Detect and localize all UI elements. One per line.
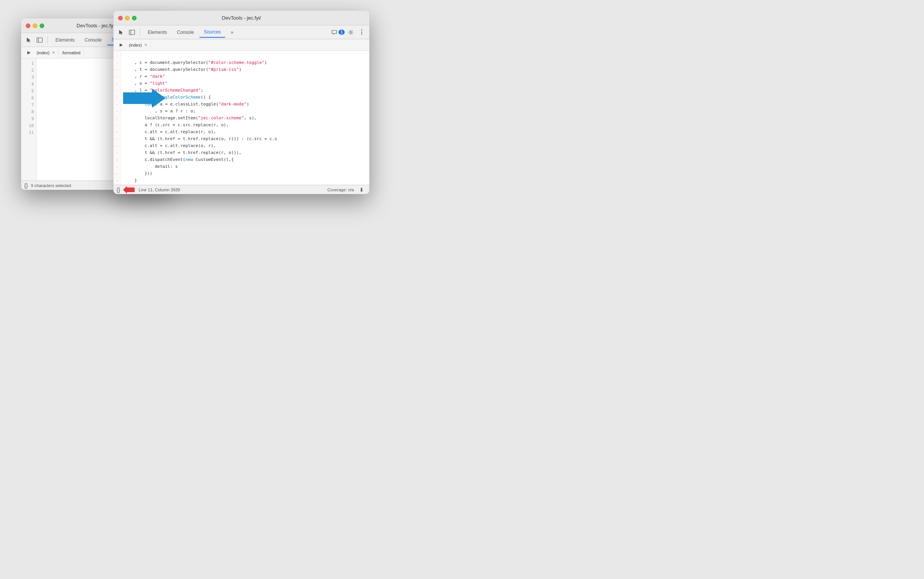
format-button-right[interactable]: {}	[117, 187, 120, 193]
toolbar-divider-right	[140, 28, 140, 36]
blue-arrow	[123, 87, 165, 111]
source-tab-index-left[interactable]: (index) ✕	[33, 49, 58, 57]
close-button-right[interactable]	[118, 16, 123, 20]
sidebar-icon-right[interactable]	[127, 28, 137, 37]
scroll-icon-right[interactable]: ⬇	[357, 185, 366, 194]
main-toolbar-right: Elements Console Sources » 1 ⋮	[113, 25, 369, 39]
tab-elements-left[interactable]: Elements	[51, 35, 79, 45]
selection-status-left: 9 characters selected	[31, 183, 71, 188]
source-tab-label-left: (index)	[37, 50, 50, 55]
expand-sidebar-icon-right[interactable]: ▶	[117, 40, 126, 50]
cursor-icon[interactable]	[24, 35, 33, 45]
line-numbers-left: 1 2 3 4 5 6 7 8 9 10 11	[21, 59, 37, 181]
close-button-left[interactable]	[26, 23, 30, 28]
svg-point-5	[350, 31, 352, 33]
source-tab-formatted-left[interactable]: :formatted	[58, 49, 84, 57]
cursor-position-right: Line 11, Column 3939	[138, 187, 180, 192]
toolbar-right-icons: 1 ⋮	[331, 28, 366, 37]
red-arrow-icon	[123, 186, 135, 194]
window-title-left: DevTools - jec.fyi/	[77, 23, 116, 28]
tab-elements-right[interactable]: Elements	[143, 27, 172, 37]
tab-more-right[interactable]: »	[226, 27, 238, 37]
svg-marker-2	[123, 89, 165, 108]
traffic-lights-right[interactable]	[118, 16, 137, 20]
status-bar-right: {} Line 11, Column 3939 Coverage: n/a ⬇	[113, 185, 369, 194]
source-tab-label-formatted: :formatted	[62, 50, 81, 55]
sidebar-icon[interactable]	[35, 35, 44, 45]
gutter-dashes: ----- ----- ----- ----- ----- ---	[113, 51, 121, 185]
settings-icon-right[interactable]	[346, 28, 355, 37]
format-button-left[interactable]: {}	[24, 182, 28, 189]
svg-marker-6	[123, 186, 135, 194]
coverage-right: Coverage: n/a	[327, 187, 354, 192]
svg-rect-3	[129, 30, 135, 35]
code-content-right[interactable]: , c = document.querySelector("#color-sch…	[121, 51, 369, 185]
minimize-button-left[interactable]	[33, 23, 37, 28]
more-vert-icon-right[interactable]: ⋮	[357, 28, 366, 37]
maximize-button-right[interactable]	[132, 16, 137, 20]
svg-rect-0	[37, 38, 42, 42]
maximize-button-left[interactable]	[40, 23, 44, 28]
sources-tab-bar-right: ▶ (index) ✕	[113, 39, 369, 51]
window-title-right: DevTools - jec.fyi/	[222, 15, 261, 21]
traffic-lights-left[interactable]	[26, 23, 44, 28]
cursor-icon-right[interactable]	[117, 28, 126, 37]
minimize-button-right[interactable]	[125, 16, 130, 20]
title-bar-right: DevTools - jec.fyi/	[113, 11, 369, 25]
source-tab-close-right[interactable]: ✕	[144, 43, 147, 47]
comment-badge-area[interactable]: 1	[331, 29, 345, 35]
source-tab-close-left[interactable]: ✕	[52, 50, 55, 55]
source-tab-label-right: (index)	[129, 43, 142, 47]
tab-console-right[interactable]: Console	[172, 27, 198, 37]
toolbar-divider-1	[47, 36, 48, 44]
comment-badge: 1	[339, 30, 345, 35]
tab-sources-right[interactable]: Sources	[199, 27, 225, 38]
source-tab-index-right[interactable]: (index) ✕	[126, 41, 151, 49]
tab-console-left[interactable]: Console	[80, 35, 106, 45]
tab-bar-right: Elements Console Sources »	[143, 27, 330, 38]
expand-sidebar-icon[interactable]: ▶	[24, 48, 33, 57]
code-area-right: ----- ----- ----- ----- ----- --- , c = …	[113, 51, 369, 185]
